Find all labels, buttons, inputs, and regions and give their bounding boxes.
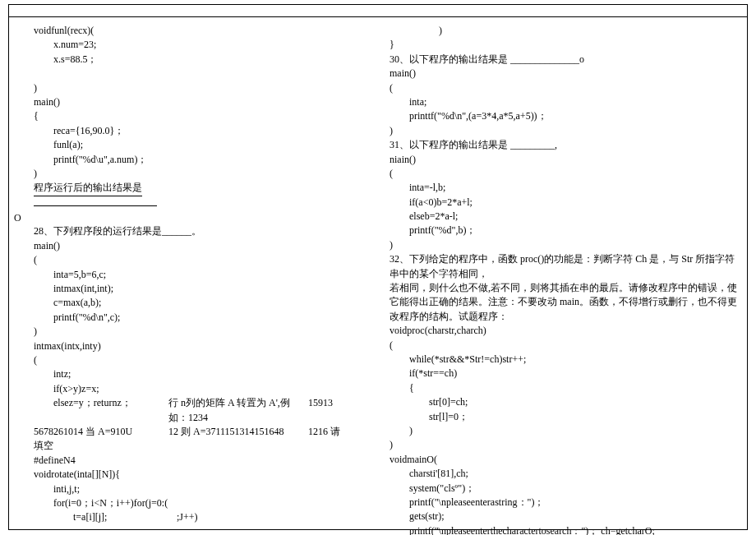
code-line: main() xyxy=(12,239,380,253)
code-line: ) xyxy=(390,238,740,252)
code-line: intz; xyxy=(12,367,380,381)
code-line: main() xyxy=(390,67,740,81)
wrapped-row: t=a[i][j]; ;J++) xyxy=(12,510,380,524)
code-line: } xyxy=(390,38,740,52)
code-line: for(i=0；i<N；i++)for(j=0:( xyxy=(12,496,380,510)
code-line: voidfunl(recx)( xyxy=(12,24,380,38)
code-line: str[l]=0； xyxy=(390,410,740,424)
code-line: gets(str); xyxy=(390,510,740,523)
header-divider xyxy=(9,5,747,17)
code-line: x.num=23; xyxy=(12,38,380,52)
code-line: printf("\npleaseenterthecharactertosearc… xyxy=(390,524,740,535)
columns: voidfunl(recx)( x.num=23; x.s=88.5； ) ma… xyxy=(9,17,747,529)
code-line: intmax(intx,inty) xyxy=(12,339,380,353)
code-line: c=max(a,b); xyxy=(12,296,380,310)
code-line: ) xyxy=(390,24,740,38)
text-line: 程序运行后的输出结果是 xyxy=(12,181,380,196)
question-line: 28、下列程序段的运行结果是______。 xyxy=(12,224,380,238)
code-line: ) xyxy=(12,325,380,339)
code-line: ) xyxy=(12,81,380,95)
right-column: ) } 30、以下程序的输出结果是 ______________o main()… xyxy=(383,17,747,529)
code-line: printf("%d",b)； xyxy=(390,224,740,238)
text-line: 填空 xyxy=(12,439,380,453)
o-marker: O xyxy=(14,212,21,224)
code-line: printtf("%d\n",(a=3*4,a*5,a+5))； xyxy=(390,109,740,123)
code-line: if(*str==ch) xyxy=(390,367,740,380)
code-line: #defineN4 xyxy=(12,454,380,468)
wrapped-row: 5678261014 当 A=910U 12 则 A=3711151314151… xyxy=(12,425,380,439)
cell: 1216 请 xyxy=(308,425,357,439)
code-line: inti,j,t; xyxy=(12,482,380,496)
code-line: system("clsº")； xyxy=(390,482,740,496)
code-line: ( xyxy=(390,339,740,353)
code-line: voidproc(charstr,charch) xyxy=(390,324,740,338)
code-line: printf("%d\u",a.num)； xyxy=(12,153,380,167)
cell: 12 则 A=3711151314151648 xyxy=(168,425,308,439)
code-line: voidmainO( xyxy=(390,453,740,467)
cell: ;J++) xyxy=(177,510,198,524)
code-line: str[0]=ch; xyxy=(390,395,740,409)
code-line: while(*str&&*Str!=ch)str++; xyxy=(390,353,740,367)
label-text: 程序运行后的输出结果是 xyxy=(34,181,142,196)
blank-underline xyxy=(34,196,157,206)
code-line: ) xyxy=(390,124,740,138)
code-line: printf("%d\n",c); xyxy=(12,311,380,325)
cell: 行 n列的矩阵 A 转置为 A',例如：1234 xyxy=(168,396,308,425)
page-frame: O voidfunl(recx)( x.num=23; x.s=88.5； ) … xyxy=(8,4,748,530)
cell: elsez=y；returnz； xyxy=(12,396,168,425)
code-line: intmax(int,int); xyxy=(12,282,380,296)
code-line: main() xyxy=(12,95,380,109)
code-line: if(x>y)z=x; xyxy=(12,382,380,396)
code-line: inta; xyxy=(390,95,740,109)
question-line: 32、下列给定的程序中，函数 proc()的功能是：判断字符 Ch 是，与 St… xyxy=(390,252,740,281)
text-line: 若相同，则什么也不做,若不同，则将其插在串的最后。请修改程序中的错误，使它能得出… xyxy=(390,281,740,324)
cell: t=a[i][j]; xyxy=(12,510,177,524)
code-line: printf("\npleaseenterastring：")； xyxy=(390,496,740,510)
code-line: ( xyxy=(12,253,380,267)
code-line: x.s=88.5； xyxy=(12,53,380,67)
wrapped-row: elsez=y；returnz； 行 n列的矩阵 A 转置为 A',例如：123… xyxy=(12,396,380,425)
code-line: { xyxy=(390,381,740,395)
blank-line xyxy=(12,67,380,81)
code-line: funl(a); xyxy=(12,138,380,152)
code-line: reca={16,90.0}； xyxy=(12,124,380,138)
rule-line xyxy=(12,196,380,210)
left-column: voidfunl(recx)( x.num=23; x.s=88.5； ) ma… xyxy=(9,17,383,529)
cell: 15913 xyxy=(308,396,357,425)
code-line: { xyxy=(12,109,380,123)
code-line: inta=-l,b; xyxy=(390,181,740,195)
code-line: elseb=2*a-l; xyxy=(390,210,740,224)
blank-line xyxy=(12,525,380,535)
code-line: ) xyxy=(12,167,380,181)
code-line: ( xyxy=(12,353,380,367)
code-line: ) xyxy=(390,424,740,438)
code-line: voidrotate(inta[][N]){ xyxy=(12,468,380,482)
code-line: ( xyxy=(390,167,740,181)
question-line: 30、以下程序的输出结果是 ______________o xyxy=(390,53,740,67)
code-line: if(a<0)b=2*a+l; xyxy=(390,196,740,210)
blank-line xyxy=(12,210,380,224)
code-line: inta=5,b=6,c; xyxy=(12,268,380,282)
cell: 5678261014 当 A=910U xyxy=(12,425,168,439)
code-line: charsti'[81],ch; xyxy=(390,467,740,481)
code-line: ) xyxy=(390,438,740,452)
code-line: niain() xyxy=(390,153,740,167)
code-line: ( xyxy=(390,81,740,95)
question-line: 31、以下程序的输出结果是 _________, xyxy=(390,138,740,152)
